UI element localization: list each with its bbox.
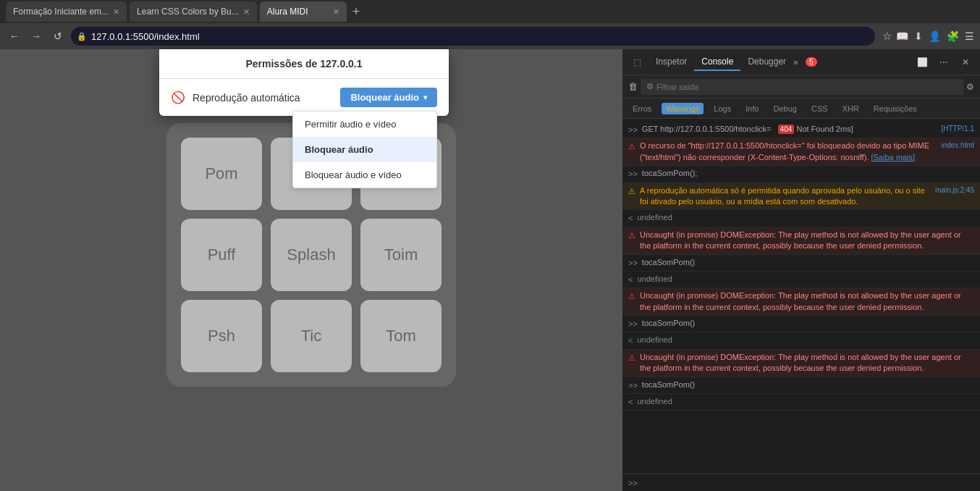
console-entry-12: >> tocaSomPom() [622, 377, 980, 394]
menu-button[interactable]: ☰ [965, 30, 974, 42]
filter-input-container: ⚙ [641, 79, 963, 95]
devtools-panel: ⬚ Inspetor Console Debugger » 5 ⬜ ⋯ ✕ 🗑 … [622, 49, 980, 491]
entry-text-10: undefined [637, 335, 974, 345]
reader-icon[interactable]: 📖 [896, 30, 908, 42]
web-page: Permissões de 127.0.0.1 🚫 Reprodução aut… [0, 49, 622, 491]
console-entry-7: < undefined [622, 272, 980, 288]
permission-btn-label: Bloquear áudio [350, 92, 419, 103]
tab-0-label: Formação Iniciante em... [13, 7, 109, 17]
console-output: >> GET http://127.0.0.1:5500/htonclick= … [622, 119, 980, 474]
tab-1[interactable]: Learn CSS Colors by Bu... ✕ [130, 1, 257, 22]
bookmark-icon[interactable]: ☆ [882, 30, 892, 43]
devtools-tab-inspetor[interactable]: Inspetor [649, 54, 694, 71]
tab-bar: Formação Iniciante em... ✕ Learn CSS Col… [0, 0, 980, 23]
filter-tab-xhr[interactable]: XHR [838, 103, 863, 114]
close-devtools-icon[interactable]: ✕ [957, 54, 974, 71]
filter-tab-requisicoes[interactable]: Requisições [869, 103, 921, 114]
arrow-right-icon-6: >> [628, 258, 638, 269]
dropdown-item-1[interactable]: Bloquear áudio [293, 137, 436, 162]
profile-icon[interactable]: 👤 [929, 30, 941, 42]
settings-icon[interactable]: ⚙ [966, 82, 974, 92]
entry-text-4: undefined [637, 212, 974, 223]
extensions-icon[interactable]: 🧩 [947, 30, 959, 42]
entry-text-11: Uncaught (in promise) DOMException: The … [640, 352, 974, 374]
console-header-row: 🗑 ⚙ ⚙ [622, 75, 980, 98]
inspect-element-icon[interactable]: ⬚ [628, 54, 646, 71]
autoplay-icon: 🚫 [171, 91, 185, 104]
arrow-right-icon-12: >> [628, 380, 638, 391]
drum-btn-psh[interactable]: Psh [181, 300, 262, 372]
arrow-left-icon-10: < [628, 335, 633, 346]
tab-1-close[interactable]: ✕ [243, 7, 250, 17]
console-entry-9: >> tocaSomPom() [622, 316, 980, 332]
filter-tab-css[interactable]: CSS [807, 103, 832, 114]
address-bar-container: 🔒 [71, 27, 875, 46]
console-entry-5: ⚠ Uncaught (in promise) DOMException: Th… [622, 227, 980, 255]
main-area: Permissões de 127.0.0.1 🚫 Reprodução aut… [0, 49, 980, 491]
entry-source-3: main.js:2:45 [935, 185, 974, 196]
console-entry-13: < undefined [622, 394, 980, 411]
filter-tab-debug[interactable]: Debug [769, 103, 801, 114]
arrow-left-icon-7: < [628, 274, 633, 285]
console-input[interactable] [642, 479, 974, 487]
filter-tab-warnings[interactable]: Warnings [662, 103, 704, 114]
filter-tab-erros[interactable]: Erros [628, 103, 656, 114]
entry-text-6: tocaSomPom() [642, 257, 974, 268]
browser-chrome: Formação Iniciante em... ✕ Learn CSS Col… [0, 0, 980, 49]
tab-0-close[interactable]: ✕ [113, 7, 119, 17]
tab-1-label: Learn CSS Colors by Bu... [137, 7, 239, 17]
drum-btn-toim[interactable]: Toim [360, 219, 442, 291]
permission-header: Permissões de 127.0.0.1 [159, 49, 449, 79]
dropdown-item-2[interactable]: Bloquear áudio e vídeo [293, 162, 436, 188]
back-button[interactable]: ← [6, 28, 23, 45]
drum-btn-tic[interactable]: Tic [271, 300, 352, 372]
console-filter-tabs: Erros Warnings Logs Info Debug CSS XHR R… [622, 98, 980, 119]
download-icon[interactable]: ⬇ [914, 30, 923, 42]
entry-text-8: Uncaught (in promise) DOMException: The … [640, 290, 974, 313]
drum-btn-pom[interactable]: Pom [181, 138, 262, 210]
forward-button[interactable]: → [28, 28, 45, 45]
devtools-tab-console[interactable]: Console [694, 54, 740, 71]
more-tabs-icon[interactable]: » [793, 57, 798, 67]
devtools-tab-debugger[interactable]: Debugger [740, 54, 793, 71]
filter-tab-logs[interactable]: Logs [709, 103, 735, 114]
tab-2-label: Alura MIDI [267, 7, 308, 17]
permission-popup: Permissões de 127.0.0.1 🚫 Reprodução aut… [159, 49, 449, 116]
console-entry-0: >> GET http://127.0.0.1:5500/htonclick= … [622, 122, 980, 138]
filter-icon: ⚙ [646, 82, 654, 91]
dropdown-item-0[interactable]: Permitir áudio e vídeo [293, 112, 436, 137]
arrow-left-icon-4: < [628, 213, 633, 224]
clear-console-icon[interactable]: 🗑 [628, 81, 638, 92]
error-icon-5: ⚠ [628, 230, 635, 241]
entry-text-9: tocaSomPom() [642, 318, 974, 329]
reload-button[interactable]: ↺ [49, 28, 67, 45]
drum-btn-tom[interactable]: Tom [360, 300, 442, 372]
entry-source-0: [HTTP/1.1 [941, 124, 974, 134]
new-tab-button[interactable]: + [352, 4, 360, 20]
error-icon-11: ⚠ [628, 353, 635, 364]
tab-2-close[interactable]: ✕ [333, 7, 339, 17]
nav-bar: ← → ↺ 🔒 ☆ 📖 ⬇ 👤 🧩 ☰ [0, 23, 980, 49]
entry-text-3: A reprodução automática só é permitida q… [640, 185, 931, 208]
entry-text-0: GET http://127.0.0.1:5500/htonclick= 404… [642, 124, 937, 135]
console-entry-10: < undefined [622, 332, 980, 349]
tab-2[interactable]: Alura MIDI ✕ [260, 1, 347, 22]
security-icon: 🔒 [77, 32, 87, 41]
drum-btn-splash[interactable]: Splash [271, 219, 352, 291]
saiba-mais-link[interactable]: [Saiba mais] [871, 153, 915, 161]
more-options-icon[interactable]: ⋯ [935, 54, 952, 71]
drum-btn-puff[interactable]: Puff [181, 219, 262, 291]
filter-input[interactable] [656, 83, 958, 91]
tab-0[interactable]: Formação Iniciante em... ✕ [6, 1, 127, 22]
console-entry-2: >> tocaSomPom(); [622, 166, 980, 182]
permission-btn[interactable]: Bloquear áudio ▾ [340, 88, 437, 107]
chevron-down-icon: ▾ [423, 93, 427, 101]
error-icon-8: ⚠ [628, 291, 635, 302]
dock-side-icon[interactable]: ⬜ [913, 54, 931, 71]
arrow-left-icon-13: < [628, 397, 633, 408]
console-entry-6: >> tocaSomPom() [622, 255, 980, 272]
address-input[interactable] [71, 27, 875, 46]
arrow-right-icon: >> [628, 125, 638, 135]
filter-tab-info[interactable]: Info [741, 103, 763, 114]
entry-text-2: tocaSomPom(); [642, 168, 974, 179]
